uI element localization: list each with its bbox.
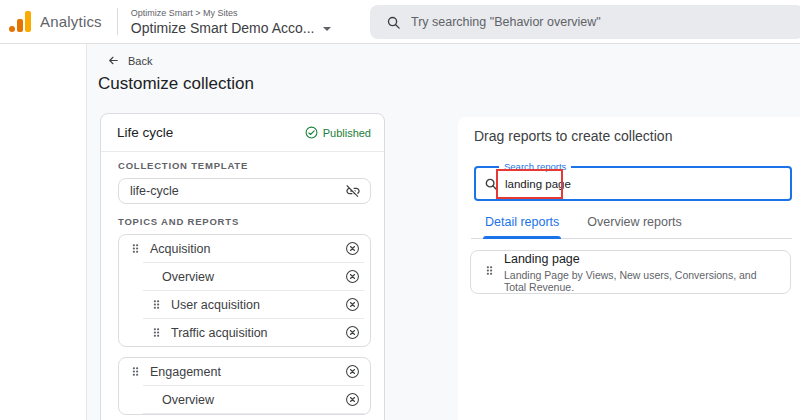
- remove-button[interactable]: [345, 392, 360, 407]
- topic-group-engagement: Engagement Overview: [118, 357, 371, 415]
- status-label: Published: [323, 127, 371, 139]
- page-title: Customize collection: [98, 74, 254, 94]
- search-icon: [484, 177, 498, 191]
- account-title: Optimize Smart Demo Acco...: [131, 20, 315, 36]
- drag-handle-icon[interactable]: [483, 263, 496, 281]
- remove-circle-icon: [345, 241, 360, 256]
- header-divider: [117, 8, 118, 35]
- logo-bar-mid: [17, 19, 23, 32]
- row-label: Overview: [162, 393, 345, 407]
- account-block: Optimize Smart > My Sites Optimize Smart…: [131, 8, 332, 36]
- back-label: Back: [128, 55, 152, 67]
- logo-dot: [9, 26, 15, 32]
- global-search-bar[interactable]: [370, 5, 800, 39]
- row-label: Engagement: [150, 365, 345, 379]
- collection-title: Life cycle: [117, 125, 173, 140]
- remove-circle-icon: [345, 364, 360, 379]
- collection-card-life-cycle: Life cycle Published COLLECTION TEMPLATE…: [100, 113, 385, 420]
- chevron-down-icon: [323, 27, 331, 31]
- topic-group-acquisition: Acquisition Overview User acquisition: [118, 234, 371, 347]
- collection-template-label: COLLECTION TEMPLATE: [118, 160, 371, 171]
- report-row-user-acquisition[interactable]: User acquisition: [119, 291, 370, 318]
- drag-handle-icon[interactable]: [150, 326, 163, 339]
- report-card-landing-page[interactable]: Landing page Landing Page by Views, New …: [470, 250, 791, 294]
- back-arrow-icon: [107, 54, 120, 67]
- app-header: Analytics Optimize Smart > My Sites Opti…: [0, 0, 800, 44]
- collection-card-header: Life cycle Published: [101, 114, 384, 152]
- remove-button[interactable]: [345, 269, 360, 284]
- report-description: Landing Page by Views, New users, Conver…: [504, 269, 780, 293]
- report-tabs: Detail reports Overview reports: [471, 215, 792, 239]
- remove-button[interactable]: [345, 364, 360, 379]
- published-check-icon: [305, 126, 318, 139]
- status-badge: Published: [305, 126, 371, 139]
- analytics-logo-icon[interactable]: [9, 11, 31, 32]
- report-title: Landing page: [504, 252, 780, 266]
- brand-name: Analytics: [40, 13, 102, 30]
- remove-button[interactable]: [345, 325, 360, 340]
- drag-handle-icon[interactable]: [150, 298, 163, 311]
- report-row-overview[interactable]: Overview: [119, 263, 370, 290]
- remove-button[interactable]: [345, 241, 360, 256]
- back-button[interactable]: Back: [107, 54, 152, 67]
- report-row-overview[interactable]: Overview: [119, 386, 370, 413]
- remove-circle-icon: [345, 269, 360, 284]
- report-search-field[interactable]: Search reports: [474, 166, 792, 201]
- tab-detail-reports[interactable]: Detail reports: [483, 215, 561, 238]
- row-divider: [143, 413, 364, 414]
- link-off-icon[interactable]: [345, 183, 361, 199]
- account-switcher[interactable]: Optimize Smart Demo Acco...: [131, 20, 332, 36]
- remove-circle-icon: [345, 392, 360, 407]
- template-field[interactable]: [118, 178, 371, 204]
- search-icon: [386, 15, 401, 30]
- topic-row-engagement[interactable]: Engagement: [119, 358, 370, 385]
- row-label: Traffic acquisition: [171, 326, 345, 340]
- main-area: Back Customize collection Life cycle Pub…: [0, 44, 800, 420]
- template-input[interactable]: [130, 184, 345, 198]
- topic-row-acquisition[interactable]: Acquisition: [119, 235, 370, 262]
- tab-overview-reports[interactable]: Overview reports: [585, 215, 683, 238]
- collection-card-body: COLLECTION TEMPLATE TOPICS AND REPORTS A…: [101, 152, 384, 415]
- logo-bar-tall: [25, 11, 31, 32]
- remove-button[interactable]: [345, 297, 360, 312]
- global-search-input[interactable]: [411, 15, 800, 29]
- analytics-app: Analytics Optimize Smart > My Sites Opti…: [0, 0, 800, 420]
- report-row-traffic-acquisition[interactable]: Traffic acquisition: [119, 319, 370, 346]
- breadcrumb: Optimize Smart > My Sites: [131, 8, 332, 18]
- collapsed-left-nav: [0, 44, 87, 420]
- row-label: Overview: [162, 270, 345, 284]
- drag-handle-icon[interactable]: [129, 242, 142, 255]
- row-label: User acquisition: [171, 298, 345, 312]
- panel-title: Drag reports to create collection: [474, 128, 792, 144]
- row-label: Acquisition: [150, 242, 345, 256]
- remove-circle-icon: [345, 297, 360, 312]
- report-library-panel: Drag reports to create collection Search…: [458, 117, 800, 420]
- topics-and-reports-label: TOPICS AND REPORTS: [118, 216, 371, 227]
- drag-handle-icon[interactable]: [129, 365, 142, 378]
- report-search-input[interactable]: [505, 178, 782, 190]
- search-field-label: Search reports: [499, 161, 571, 172]
- remove-circle-icon: [345, 325, 360, 340]
